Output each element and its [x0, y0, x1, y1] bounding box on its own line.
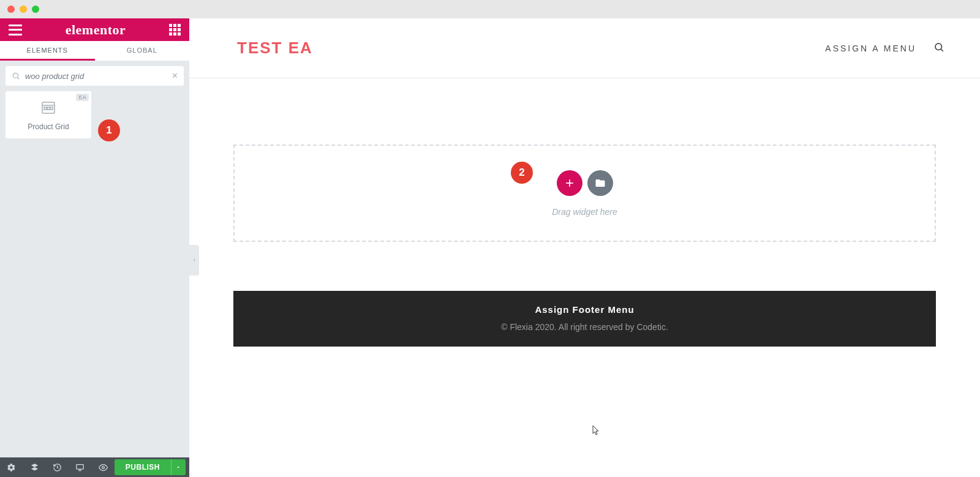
- apps-grid-icon[interactable]: [169, 24, 181, 36]
- svg-rect-7: [77, 464, 83, 469]
- window-close-dot[interactable]: [7, 6, 15, 13]
- brand-logo: elementor: [66, 22, 126, 38]
- folder-icon: [595, 178, 606, 189]
- search-icon: [12, 72, 20, 80]
- add-section-button[interactable]: [557, 170, 582, 196]
- window-minimize-dot[interactable]: [20, 6, 27, 13]
- chevron-left-icon: [192, 257, 197, 264]
- tab-elements[interactable]: ELEMENTS: [0, 41, 95, 61]
- widget-search-input[interactable]: [20, 72, 172, 81]
- site-title: TEST EA: [237, 39, 313, 58]
- svg-point-11: [935, 43, 942, 50]
- svg-rect-4: [44, 107, 47, 110]
- dropzone-hint: Drag widget here: [552, 207, 617, 217]
- tab-global[interactable]: GLOBAL: [95, 41, 190, 61]
- panel-tabs: ELEMENTS GLOBAL: [0, 41, 189, 61]
- svg-line-1: [18, 78, 20, 80]
- plus-icon: [564, 177, 576, 189]
- site-search-button[interactable]: [933, 42, 944, 55]
- svg-point-10: [102, 466, 104, 468]
- annotation-badge-2: 2: [511, 162, 533, 184]
- widget-source-badge: EA: [76, 94, 89, 101]
- product-grid-icon: [41, 100, 56, 115]
- footer-copyright: © Flexia 2020. All right reserved by Cod…: [233, 322, 936, 332]
- settings-button[interactable]: [0, 457, 23, 477]
- publish-button[interactable]: PUBLISH: [115, 459, 171, 475]
- clear-search-icon[interactable]: ×: [172, 70, 178, 81]
- svg-rect-5: [47, 107, 50, 110]
- search-box: ×: [6, 66, 184, 86]
- svg-rect-6: [50, 107, 53, 110]
- editor-panel: elementor ELEMENTS GLOBAL × EA: [0, 18, 189, 477]
- footer-menu-link[interactable]: Assign Footer Menu: [233, 304, 936, 315]
- section-dropzone[interactable]: Drag widget here 2: [233, 145, 936, 242]
- svg-point-0: [13, 73, 18, 78]
- window-zoom-dot[interactable]: [32, 6, 39, 13]
- site-header: TEST EA ASSIGN A MENU: [189, 18, 980, 78]
- window-chrome: [0, 0, 980, 18]
- widget-label: Product Grid: [28, 122, 69, 131]
- annotation-badge-1: 1: [98, 119, 120, 141]
- widget-product-grid[interactable]: EA Product Grid: [6, 91, 91, 138]
- svg-line-12: [941, 49, 943, 51]
- add-template-button[interactable]: [587, 170, 613, 196]
- navigator-button[interactable]: [23, 457, 45, 477]
- site-footer: Assign Footer Menu © Flexia 2020. All ri…: [233, 291, 936, 347]
- panel-collapse-handle[interactable]: [189, 245, 199, 276]
- publish-options-button[interactable]: [171, 459, 186, 475]
- panel-header: elementor: [0, 18, 189, 41]
- caret-up-icon: [175, 464, 181, 470]
- preview-canvas: TEST EA ASSIGN A MENU Drag widget h: [189, 18, 980, 477]
- search-icon: [933, 42, 944, 53]
- assign-menu-link[interactable]: ASSIGN A MENU: [825, 43, 916, 53]
- history-button[interactable]: [46, 457, 69, 477]
- menu-icon[interactable]: [9, 24, 22, 36]
- cursor-icon: [592, 425, 600, 438]
- preview-button[interactable]: [91, 457, 114, 477]
- panel-footer: PUBLISH: [0, 457, 189, 477]
- responsive-button[interactable]: [69, 457, 91, 477]
